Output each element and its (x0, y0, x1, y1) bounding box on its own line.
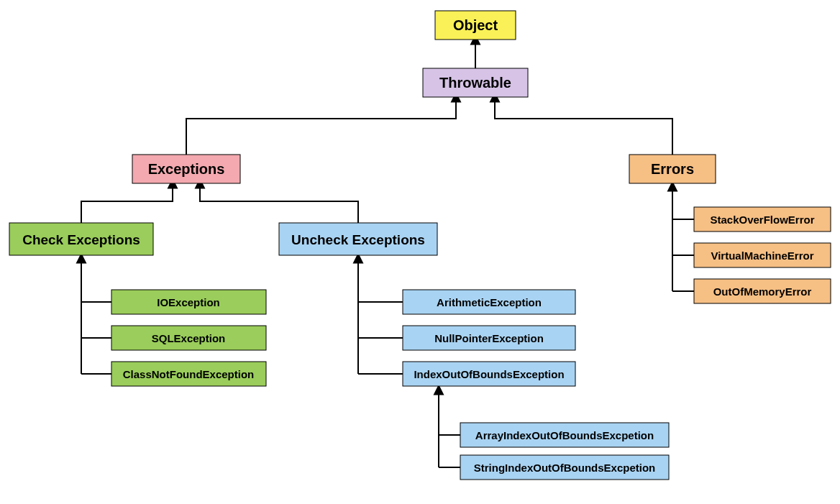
node-arith-label: ArithmeticException (437, 296, 542, 308)
node-sqlexception: SQLException (111, 326, 266, 350)
node-errors-label: Errors (651, 161, 694, 177)
node-outofmemoryerror: OutOfMemoryError (694, 279, 831, 303)
node-ioexception-label: IOException (157, 296, 220, 308)
node-uncheck-label: Uncheck Exceptions (291, 232, 425, 247)
hierarchy-diagram: Object Throwable Exceptions Errors Check… (0, 0, 840, 504)
node-aioob-label: ArrayIndexOutOfBoundsExcpetion (475, 429, 654, 441)
node-exceptions: Exceptions (132, 155, 240, 183)
node-oom-label: OutOfMemoryError (713, 285, 812, 298)
node-classnotfoundexception: ClassNotFoundException (111, 362, 266, 386)
node-throwable: Throwable (423, 68, 528, 97)
node-exceptions-label: Exceptions (148, 161, 225, 177)
node-sof-label: StackOverFlowError (710, 214, 814, 226)
node-errors: Errors (629, 155, 716, 183)
node-cnf-label: ClassNotFoundException (123, 368, 255, 380)
node-ioob-label: IndexOutOfBoundsException (414, 368, 564, 380)
node-ioexception: IOException (111, 290, 266, 314)
node-check-label: Check Exceptions (22, 232, 140, 247)
node-sqlexception-label: SQLException (152, 332, 226, 344)
node-stringindexoutofbounds: StringIndexOutOfBoundsExcpetion (460, 455, 669, 480)
node-stackoverflowerror: StackOverFlowError (694, 207, 831, 232)
node-check-exceptions: Check Exceptions (9, 223, 153, 255)
node-throwable-label: Throwable (439, 75, 511, 91)
node-virtualmachineerror: VirtualMachineError (694, 243, 831, 267)
node-indexoutofboundsexception: IndexOutOfBoundsException (403, 362, 575, 386)
node-npe-label: NullPointerException (434, 332, 544, 344)
node-uncheck-exceptions: Uncheck Exceptions (279, 223, 437, 255)
node-nullpointerexception: NullPointerException (403, 326, 575, 350)
node-sioob-label: StringIndexOutOfBoundsExcpetion (474, 462, 656, 474)
node-object: Object (435, 11, 516, 40)
node-object-label: Object (453, 17, 498, 33)
node-arrayindexoutofbounds: ArrayIndexOutOfBoundsExcpetion (460, 423, 669, 447)
node-arithmeticexception: ArithmeticException (403, 290, 575, 314)
node-vme-label: VirtualMachineError (711, 249, 813, 262)
